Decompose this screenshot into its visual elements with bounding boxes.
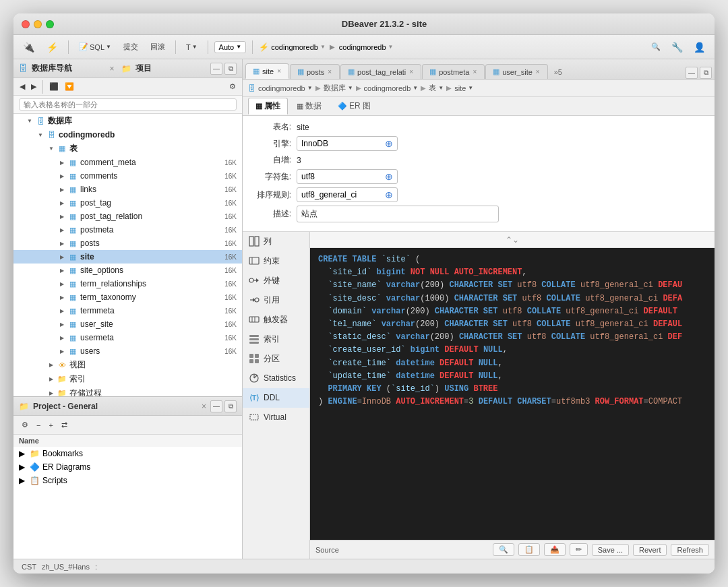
tree-item-procedures[interactable]: ▶ 📁 存储过程 — [13, 386, 242, 396]
copy-btn[interactable]: 📋 — [518, 543, 540, 556]
collation-select[interactable]: utf8_general_ci ⊕ — [297, 187, 398, 202]
tab-user_site[interactable]: ▦ user_site × — [485, 64, 547, 79]
tab-post_tag_relati[interactable]: ▦ post_tag_relati × — [340, 64, 421, 79]
user-btn[interactable]: 👤 — [690, 40, 709, 54]
nav-forward-btn[interactable]: ▶ — [29, 82, 38, 92]
nav-minimize-btn[interactable]: — — [210, 63, 222, 75]
tree-item-postmeta[interactable]: ▶ ▦ postmeta 16K — [13, 223, 242, 237]
bc-item-table[interactable]: 表 ▼ — [429, 83, 444, 93]
tree-container[interactable]: ▼ 🗄 数据库 ▼ 🗄 codingmoredb — [13, 114, 242, 396]
tree-item-views[interactable]: ▶ 👁 视图 — [13, 358, 242, 372]
project-close-icon[interactable]: × — [202, 402, 206, 411]
tabs-detach-btn[interactable]: ⧉ — [700, 67, 712, 79]
tree-item-term_taxonomy[interactable]: ▶ ▦ term_taxonomy 16K — [13, 290, 242, 304]
tree-item-comments[interactable]: ▶ ▦ comments 16K — [13, 169, 242, 183]
db-selector[interactable]: ⚡ codingmoredb ▼ — [259, 42, 326, 52]
tree-item-comment_meta[interactable]: ▶ ▦ comment_meta 16K — [13, 156, 242, 169]
tabs-minimize-btn[interactable]: — — [686, 67, 698, 79]
side-menu-index[interactable]: 索引 — [243, 330, 309, 349]
search-btn[interactable]: 🔍 — [647, 41, 665, 53]
desc-textarea[interactable]: 站点 — [297, 206, 499, 222]
side-menu-fk[interactable]: 外键 — [243, 271, 309, 290]
tab-site[interactable]: ▦ site × — [245, 63, 289, 79]
nav-settings-btn[interactable]: ⚙ — [227, 82, 238, 92]
toolbar-format-btn[interactable]: T ▼ — [182, 42, 202, 53]
side-menu-stats[interactable]: Statistics — [243, 369, 309, 388]
tab-more[interactable]: »5 — [549, 65, 568, 79]
tab-posts[interactable]: ▦ posts × — [290, 64, 340, 79]
project-settings-btn[interactable]: ⚙ — [19, 420, 31, 430]
bc-item-codingmoredb2[interactable]: codingmoredb ▼ — [364, 84, 419, 92]
nav-collapse-btn[interactable]: ⬛ — [47, 82, 61, 92]
maximize-button[interactable] — [46, 20, 54, 28]
sub-tab-data[interactable]: ▦ 数据 — [289, 98, 329, 115]
expand-arrows-icon[interactable]: ⌃⌄ — [506, 235, 519, 245]
tree-item-post_tag[interactable]: ▶ ▦ post_tag 16K — [13, 196, 242, 210]
project-bookmarks-item[interactable]: ▶ 📁 Bookmarks — [13, 447, 242, 460]
project-scripts-item[interactable]: ▶ 📋 Scripts — [13, 474, 242, 487]
side-menu-virtual[interactable]: Virtual — [243, 408, 309, 427]
toolbar-connect-btn[interactable]: 🔌 — [19, 40, 38, 54]
db2-selector[interactable]: codingmoredb ▼ — [339, 43, 394, 51]
sub-tab-properties[interactable]: ▦ 属性 — [248, 98, 288, 115]
side-menu-columns[interactable]: 列 — [243, 232, 309, 251]
tree-item-links[interactable]: ▶ ▦ links 16K — [13, 183, 242, 196]
save-btn[interactable]: Save ... — [592, 544, 629, 556]
sql-content[interactable]: CREATE TABLE `site` ( `site_id` bigint N… — [310, 248, 715, 540]
tree-item-termmeta[interactable]: ▶ ▦ termmeta 16K — [13, 304, 242, 317]
side-menu-ref[interactable]: 引用 — [243, 290, 309, 310]
tree-item-users[interactable]: ▶ ▦ users 16K — [13, 344, 242, 358]
side-menu-partition[interactable]: 分区 — [243, 349, 309, 369]
toolbar-rollback-btn[interactable]: 回滚 — [146, 40, 169, 53]
tree-item-post_tag_relation[interactable]: ▶ ▦ post_tag_relation 16K — [13, 210, 242, 223]
charset-select[interactable]: utf8 ⊕ — [297, 169, 398, 184]
refresh-btn[interactable]: Refresh — [671, 544, 709, 556]
sub-tab-er[interactable]: 🔷 ER 图 — [330, 98, 378, 115]
tree-item-posts[interactable]: ▶ ▦ posts 16K — [13, 237, 242, 250]
tree-item-codingmoredb[interactable]: ▼ 🗄 codingmoredb — [13, 128, 242, 142]
project-minimize-btn[interactable]: — — [210, 400, 222, 412]
tab-close-postmeta[interactable]: × — [472, 68, 477, 75]
toolbar-disconnect-btn[interactable]: ⚡ — [42, 40, 62, 54]
engine-select[interactable]: InnoDB ⊕ — [297, 136, 398, 151]
tree-item-site[interactable]: ▶ ▦ site 16K — [13, 250, 242, 264]
tab-close-ptr[interactable]: × — [408, 68, 414, 75]
project-move-btn[interactable]: ⇄ — [59, 420, 70, 430]
project-detach-btn[interactable]: ⧉ — [224, 400, 237, 412]
project-add-btn[interactable]: + — [46, 421, 55, 430]
table-search-input[interactable] — [19, 98, 237, 111]
tab-close-site[interactable]: × — [276, 67, 282, 75]
tree-item-site_options[interactable]: ▶ ▦ site_options 16K — [13, 264, 242, 277]
revert-btn[interactable]: Revert — [633, 544, 667, 556]
bc-item-site[interactable]: site ▼ — [454, 84, 473, 92]
nav-detach-btn[interactable]: ⧉ — [224, 63, 237, 75]
project-er-item[interactable]: ▶ 🔷 ER Diagrams — [13, 460, 242, 474]
close-button[interactable] — [22, 20, 30, 28]
nav-filter-btn[interactable]: 🔽 — [63, 82, 76, 92]
toolbar-submit-btn[interactable]: 提交 — [119, 40, 142, 53]
side-menu-trigger[interactable]: 触发器 — [243, 310, 309, 330]
tree-item-user_site[interactable]: ▶ ▦ user_site 16K — [13, 317, 242, 331]
auto-dropdown[interactable]: Auto ▼ — [214, 41, 247, 53]
toolbar-sql-btn[interactable]: 📝 SQL ▼ — [75, 41, 115, 53]
side-menu-ddl[interactable]: ⟨T⟩ DDL — [243, 388, 309, 408]
edit-btn[interactable]: ✏ — [570, 543, 588, 556]
export-btn[interactable]: 📤 — [544, 543, 566, 556]
minimize-button[interactable] — [34, 20, 42, 28]
tree-item-term_relationships[interactable]: ▶ ▦ term_relationships 16K — [13, 277, 242, 290]
tree-item-indexes[interactable]: ▶ 📁 索引 — [13, 372, 242, 386]
project-tree[interactable]: ▶ 📁 Bookmarks ▶ 🔷 ER Diagrams ▶ 📋 Script… — [13, 447, 242, 559]
search-bottom-btn[interactable]: 🔍 — [493, 543, 514, 556]
tree-item-tables[interactable]: ▼ ▦ 表 — [13, 142, 242, 156]
tree-item-usermeta[interactable]: ▶ ▦ usermeta 16K — [13, 331, 242, 344]
project-remove-btn[interactable]: − — [34, 421, 43, 430]
tab-close-user_site[interactable]: × — [535, 68, 541, 75]
tools-btn[interactable]: 🔧 — [667, 40, 687, 54]
bc-item-db[interactable]: 数据库 ▼ — [324, 83, 353, 93]
tab-postmeta[interactable]: ▦ postmeta × — [422, 64, 485, 79]
tree-item-databases[interactable]: ▼ 🗄 数据库 — [13, 114, 242, 128]
bc-item-codingmoredb1[interactable]: codingmoredb ▼ — [258, 84, 313, 92]
tab-close-posts[interactable]: × — [327, 68, 332, 75]
side-menu-constraints[interactable]: 约束 — [243, 251, 309, 271]
nav-back-btn[interactable]: ◀ — [18, 82, 27, 92]
